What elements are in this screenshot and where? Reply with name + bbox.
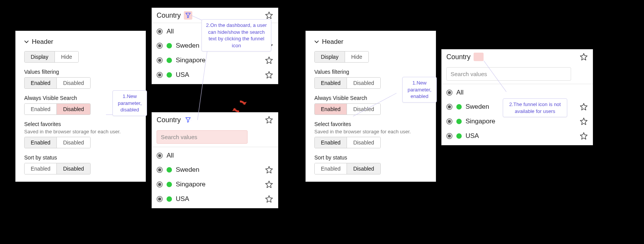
value-row[interactable]: USA <box>442 129 593 143</box>
values-filtering-toggle[interactable]: Enabled Disabled <box>24 77 91 89</box>
display-toggle[interactable]: Display Hide <box>314 51 369 63</box>
value-label: Singapore <box>176 56 261 64</box>
settings-header[interactable]: Header <box>24 38 137 46</box>
star-icon[interactable] <box>265 71 273 79</box>
var-header: Country <box>152 113 278 127</box>
select-favorites-label: Select favorites <box>314 121 427 127</box>
sort-by-status-label: Sort by status <box>314 154 427 161</box>
value-row[interactable]: Singapore <box>152 177 278 192</box>
sort-enabled[interactable]: Enabled <box>315 163 347 174</box>
var-title: Country <box>157 12 181 20</box>
status-dot-icon <box>456 133 462 139</box>
star-icon[interactable] <box>580 53 588 61</box>
fav-disabled[interactable]: Disabled <box>56 137 90 148</box>
values-filtering-disabled[interactable]: Disabled <box>347 78 380 88</box>
star-icon[interactable] <box>265 195 273 203</box>
sort-disabled[interactable]: Disabled <box>347 163 380 174</box>
callout-new-param-disabled: 1.New parameter, disabled <box>112 90 147 116</box>
search-input[interactable] <box>446 67 571 81</box>
select-favorites-toggle[interactable]: Enabled Disabled <box>314 137 381 148</box>
chevron-down-icon <box>24 40 29 44</box>
search-row <box>152 127 278 147</box>
header-title: Header <box>322 38 343 46</box>
value-label: Singapore <box>466 118 576 125</box>
var-title: Country <box>446 53 471 61</box>
star-icon[interactable] <box>265 180 273 189</box>
value-label: All <box>167 152 273 159</box>
select-favorites-toggle[interactable]: Enabled Disabled <box>24 137 91 148</box>
radio-icon <box>157 57 163 63</box>
display-toggle[interactable]: Display Hide <box>24 51 79 63</box>
star-icon[interactable] <box>265 116 273 124</box>
callout-funnel-hideshow: 2.On the dashboard, a user can hide/show… <box>201 19 271 51</box>
star-icon[interactable] <box>265 11 273 20</box>
select-favorites-section: Select favorites Saved in the browser st… <box>314 121 427 148</box>
value-list: All Sweden Singapore USA <box>152 147 278 208</box>
radio-icon <box>446 104 452 110</box>
star-icon[interactable] <box>265 166 273 174</box>
status-dot-icon <box>167 72 172 78</box>
star-icon[interactable] <box>580 132 588 140</box>
value-label: Sweden <box>176 166 261 174</box>
search-input[interactable] <box>157 130 248 144</box>
status-dot-icon <box>167 196 172 202</box>
display-option-hide[interactable]: Hide <box>345 51 368 62</box>
values-filtering-enabled[interactable]: Enabled <box>25 78 56 88</box>
values-filtering-disabled[interactable]: Disabled <box>56 78 90 88</box>
value-label: USA <box>466 132 576 140</box>
display-option-display[interactable]: Display <box>315 51 345 62</box>
values-filtering-enabled[interactable]: Enabled <box>315 78 347 88</box>
value-label: Singapore <box>176 181 261 188</box>
sort-by-status-section: Sort by status Enabled Disabled <box>314 154 427 174</box>
select-favorites-section: Select favorites Saved in the browser st… <box>24 121 137 148</box>
star-icon[interactable] <box>580 117 588 126</box>
radio-icon <box>157 43 163 49</box>
var-title: Country <box>157 116 181 124</box>
values-filtering-label: Values filtering <box>314 69 427 75</box>
avs-enabled[interactable]: Enabled <box>315 104 347 115</box>
fav-enabled[interactable]: Enabled <box>25 137 56 148</box>
star-icon[interactable] <box>265 56 273 65</box>
radio-icon <box>157 196 163 202</box>
callout-funnel-unavailable: 2.The funnel icon is not available for u… <box>503 98 567 117</box>
radio-icon <box>157 28 163 35</box>
radio-icon <box>446 90 452 96</box>
fav-disabled[interactable]: Disabled <box>347 137 380 148</box>
value-row[interactable]: Singapore <box>152 53 278 68</box>
star-icon[interactable] <box>580 103 588 111</box>
header-title: Header <box>32 38 53 46</box>
display-section: Display Hide <box>24 51 137 63</box>
chevron-down-icon <box>314 40 319 44</box>
search-row <box>442 64 593 84</box>
sort-by-status-section: Sort by status Enabled Disabled <box>24 154 137 174</box>
status-dot-icon <box>167 167 172 173</box>
avs-enabled[interactable]: Enabled <box>25 104 56 115</box>
funnel-placeholder <box>474 53 484 61</box>
settings-header[interactable]: Header <box>314 38 427 46</box>
avs-disabled[interactable]: Disabled <box>347 104 380 115</box>
values-filtering-toggle[interactable]: Enabled Disabled <box>314 77 381 89</box>
display-option-hide[interactable]: Hide <box>54 51 78 62</box>
fav-enabled[interactable]: Enabled <box>315 137 347 148</box>
select-favorites-sublabel: Saved in the browser storage for each us… <box>24 129 137 134</box>
callout-new-param-enabled: 1.New parameter, enabled <box>402 77 437 103</box>
value-row[interactable]: USA <box>152 68 278 82</box>
value-row[interactable]: Sweden <box>152 163 278 177</box>
status-dot-icon <box>167 182 172 187</box>
sort-by-status-label: Sort by status <box>24 154 137 161</box>
always-visible-search-toggle[interactable]: Enabled Disabled <box>24 103 91 115</box>
status-dot-icon <box>456 119 462 124</box>
avs-disabled[interactable]: Disabled <box>56 104 90 115</box>
value-row-all[interactable]: All <box>152 149 278 163</box>
value-label: USA <box>176 195 261 203</box>
sort-disabled[interactable]: Disabled <box>56 163 90 174</box>
sort-enabled[interactable]: Enabled <box>25 163 56 174</box>
sort-by-status-toggle[interactable]: Enabled Disabled <box>314 163 381 174</box>
value-row[interactable]: USA <box>152 192 278 206</box>
radio-icon <box>446 133 452 139</box>
value-row-all[interactable]: All <box>442 86 593 100</box>
display-option-display[interactable]: Display <box>25 51 54 62</box>
always-visible-search-toggle[interactable]: Enabled Disabled <box>314 103 381 115</box>
radio-icon <box>446 118 452 124</box>
sort-by-status-toggle[interactable]: Enabled Disabled <box>24 163 91 174</box>
